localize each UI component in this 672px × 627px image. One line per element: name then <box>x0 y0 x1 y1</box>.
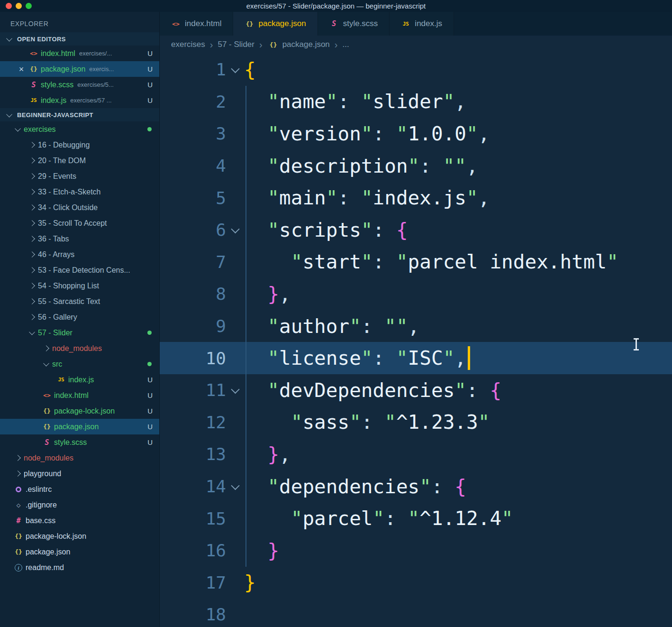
tab-label: index.js <box>415 19 442 28</box>
code-line-1[interactable]: 1{ <box>160 54 672 86</box>
code-line-2[interactable]: 2 "name": "slider", <box>160 86 672 118</box>
tree-item-index-js[interactable]: JSindex.jsU <box>0 372 159 387</box>
tree-item-35-scroll-to-accept[interactable]: 35 - Scroll To Accept <box>0 215 159 231</box>
zoom-window-button[interactable] <box>26 3 32 9</box>
tree-item-package-lock-json[interactable]: {}package-lock.json <box>0 528 159 544</box>
git-status-badge: U <box>147 376 153 384</box>
line-number: 9 <box>160 316 226 336</box>
tree-item-53-face-detection-cens-[interactable]: 53 - Face Detection Cens... <box>0 262 159 278</box>
line-number: 14 <box>160 477 226 496</box>
code-line-17[interactable]: 17} <box>160 567 672 599</box>
code-line-18[interactable]: 18 <box>160 599 672 627</box>
code-text: "license": "ISC", <box>244 346 470 370</box>
tree-item-node-modules[interactable]: node_modules <box>0 341 159 356</box>
tree-item-readme-md[interactable]: ireadme.md <box>0 560 159 575</box>
code-line-11[interactable]: 11 "devDependencies": { <box>160 374 672 406</box>
code-line-7[interactable]: 7 "start": "parcel index.html" <box>160 246 672 278</box>
tree-item-36-tabs[interactable]: 36 - Tabs <box>0 231 159 247</box>
tree-item-package-lock-json[interactable]: {}package-lock.jsonU <box>0 403 159 419</box>
breadcrumb-item[interactable]: ... <box>343 40 349 49</box>
tree-item--gitignore[interactable]: ◇.gitignore <box>0 497 159 513</box>
tree-item--eslintrc[interactable]: .eslintrc <box>0 481 159 497</box>
close-editor-icon[interactable]: × <box>15 65 27 74</box>
workspace-section-header[interactable]: BEGINNER-JAVASCRIPT <box>0 108 159 121</box>
modified-dot-indicator <box>147 127 152 131</box>
tree-item-16-debugging[interactable]: 16 - Debugging <box>0 137 159 153</box>
code-editor[interactable]: 1{2 "name": "slider",3 "version": "1.0.0… <box>160 54 672 627</box>
tree-item-33-etch-a-sketch[interactable]: 33 - Etch-a-Sketch <box>0 184 159 200</box>
workspace-label: BEGINNER-JAVASCRIPT <box>17 111 93 119</box>
code-line-3[interactable]: 3 "version": "1.0.0", <box>160 118 672 150</box>
open-editors-label: OPEN EDITORS <box>17 36 66 43</box>
breadcrumb-item[interactable]: 57 - Slider <box>218 40 254 49</box>
code-text: } <box>244 571 256 594</box>
tree-item-style-scss[interactable]: Sstyle.scssU <box>0 434 159 450</box>
tree-item-29-events[interactable]: 29 - Events <box>0 168 159 184</box>
chevron-down-icon <box>27 331 37 335</box>
code-line-5[interactable]: 5 "main": "index.js", <box>160 182 672 214</box>
tree-item-57-slider[interactable]: 57 - Slider <box>0 325 159 341</box>
tree-item-base-css[interactable]: #base.css <box>0 513 159 528</box>
fold-chevron-icon[interactable] <box>226 66 244 73</box>
tree-item-label: 29 - Events <box>38 172 76 181</box>
tree-item-55-sarcastic-text[interactable]: 55 - Sarcastic Text <box>0 294 159 309</box>
code-line-9[interactable]: 9 "author": "", <box>160 310 672 342</box>
breadcrumb-label: ... <box>343 40 349 49</box>
tree-item-package-json[interactable]: {}package.json <box>0 544 159 560</box>
open-editor-item-style.scss[interactable]: Sstyle.scssexercises/5...U <box>0 77 159 92</box>
breadcrumb-item[interactable]: exercises <box>171 40 205 49</box>
git-status-badge: U <box>147 438 153 446</box>
tree-item-package-json[interactable]: {}package.jsonU <box>0 419 159 434</box>
close-window-button[interactable] <box>6 3 12 9</box>
fold-chevron-icon[interactable] <box>226 387 244 393</box>
code-text: "main": "index.js", <box>244 186 490 209</box>
tree-item-exercises[interactable]: exercises <box>0 121 159 137</box>
tree-item-node-modules[interactable]: node_modules <box>0 450 159 466</box>
tab-index-html[interactable]: <>index.html <box>160 12 233 36</box>
tree-item-playground[interactable]: playground <box>0 466 159 481</box>
code-line-13[interactable]: 13 }, <box>160 438 672 470</box>
git-status-badge: U <box>147 96 153 104</box>
code-line-6[interactable]: 6 "scripts": { <box>160 214 672 246</box>
code-line-14[interactable]: 14 "dependencies": { <box>160 470 672 503</box>
fold-chevron-icon[interactable] <box>226 483 244 489</box>
tab-style-scss[interactable]: Sstyle.scss <box>318 12 390 36</box>
open-editors-section-header[interactable]: OPEN EDITORS <box>0 32 159 46</box>
open-editor-item-index.js[interactable]: JSindex.jsexercises/57 ...U <box>0 92 159 108</box>
chevron-right-icon <box>27 221 37 225</box>
tree-item-label: 20 - The DOM <box>38 157 86 165</box>
git-status-badge: U <box>147 81 153 89</box>
tree-item-54-shopping-list[interactable]: 54 - Shopping List <box>0 278 159 294</box>
open-editor-path: exercises/5... <box>77 81 114 88</box>
tree-item-46-arrays[interactable]: 46 - Arrays <box>0 247 159 262</box>
chevron-right-icon <box>27 143 37 147</box>
open-editor-item-index.html[interactable]: <>index.htmlexercises/...U <box>0 46 159 61</box>
indent-guide <box>245 86 246 567</box>
git-status-badge: U <box>147 391 153 399</box>
code-line-4[interactable]: 4 "description": "", <box>160 150 672 182</box>
tab-package-json[interactable]: {}package.json <box>233 12 318 36</box>
minimize-window-button[interactable] <box>16 3 22 9</box>
tree-item-label: 57 - Slider <box>38 329 73 337</box>
scss-icon: S <box>329 19 339 28</box>
code-line-15[interactable]: 15 "parcel": "^1.12.4" <box>160 502 672 535</box>
tree-item-index-html[interactable]: <>index.htmlU <box>0 387 159 403</box>
open-editors-list: <>index.htmlexercises/...U×{}package.jso… <box>0 46 159 108</box>
code-line-16[interactable]: 16 } <box>160 535 672 567</box>
open-editor-item-package.json[interactable]: ×{}package.jsonexercis...U <box>0 61 159 77</box>
tree-item-src[interactable]: src <box>0 356 159 372</box>
code-text: "parcel": "^1.12.4" <box>244 507 513 530</box>
tree-item-20-the-dom[interactable]: 20 - The DOM <box>0 153 159 168</box>
code-line-10[interactable]: 10 "license": "ISC", <box>160 342 672 374</box>
code-line-8[interactable]: 8 }, <box>160 278 672 310</box>
tree-item-56-gallery[interactable]: 56 - Gallery <box>0 309 159 325</box>
tree-item-label: base.css <box>26 516 55 525</box>
chevron-right-icon <box>27 299 37 304</box>
tab-index-js[interactable]: JSindex.js <box>390 12 454 36</box>
fold-chevron-icon[interactable] <box>226 227 244 233</box>
code-line-12[interactable]: 12 "sass": "^1.23.3" <box>160 406 672 439</box>
breadcrumb-item[interactable]: {}package.json <box>267 40 330 49</box>
tree-item-34-click-outside[interactable]: 34 - Click Outside <box>0 200 159 215</box>
code-text: "start": "parcel index.html" <box>244 250 618 273</box>
tab-label: style.scss <box>343 19 378 28</box>
